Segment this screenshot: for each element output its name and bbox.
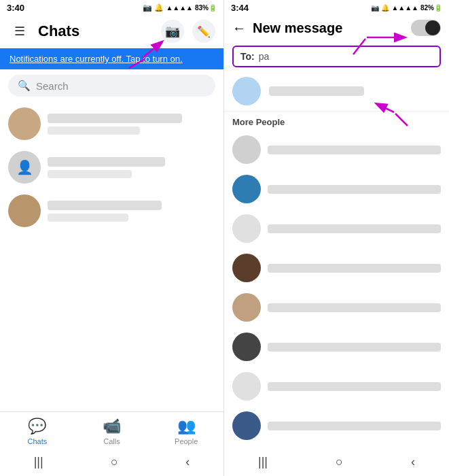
- contact-item[interactable]: [224, 327, 449, 367]
- left-nav-back[interactable]: ‹: [172, 452, 203, 472]
- right-system-nav: ||| ○ ‹: [224, 448, 449, 476]
- contact-item[interactable]: [224, 248, 449, 288]
- chat-name: [48, 114, 182, 123]
- people-nav-icon: 👥: [177, 418, 196, 435]
- contact-avatar: [232, 214, 261, 243]
- camera-status-icon: 📷: [143, 3, 152, 12]
- chat-item[interactable]: [0, 189, 223, 233]
- calls-nav-icon: 📹: [103, 418, 121, 435]
- suggested-name: [269, 86, 364, 96]
- contact-avatar: [232, 372, 261, 401]
- chats-nav-label: Chats: [27, 437, 47, 445]
- left-panel: 3:40 📷 🔔 ▲▲▲▲ 83%🔋 ☰ Chats 📷 ✏️ Notifica…: [0, 0, 224, 476]
- more-people-label: More People: [224, 112, 449, 130]
- chat-info: [48, 157, 215, 178]
- toggle-switch[interactable]: [411, 20, 441, 36]
- contact-name: [268, 303, 441, 312]
- avatar: [8, 107, 41, 140]
- chat-info: [48, 114, 215, 135]
- contact-item[interactable]: [224, 169, 449, 209]
- left-system-nav: ||| ○ ‹: [0, 448, 223, 476]
- chat-name: [48, 201, 162, 210]
- left-nav-home[interactable]: ○: [97, 452, 132, 472]
- contact-item[interactable]: [224, 130, 449, 169]
- contact-item[interactable]: [224, 288, 449, 327]
- contact-list: [224, 130, 449, 448]
- battery-icon: 83%🔋: [195, 4, 217, 12]
- contact-name: [268, 185, 441, 194]
- chat-name: [48, 157, 165, 167]
- chat-list: 👤: [0, 102, 223, 411]
- right-status-bar: 3:44 📷 🔔 ▲▲▲▲ 82%🔋: [224, 0, 449, 16]
- nav-chats[interactable]: 💬 Chats: [0, 412, 75, 448]
- chat-item[interactable]: 👤: [0, 146, 223, 189]
- new-message-title: New message: [253, 20, 404, 36]
- signal-icon: ▲▲▲▲: [166, 4, 193, 12]
- right-status-icons: 📷 🔔 ▲▲▲▲ 82%🔋: [371, 4, 442, 12]
- r-signal-icon: ▲▲▲▲: [391, 4, 418, 12]
- contact-name: [268, 264, 441, 273]
- left-status-icons: 📷 🔔 ▲▲▲▲ 83%🔋: [143, 3, 217, 12]
- notification-banner[interactable]: Notifications are currently off. Tap to …: [0, 48, 223, 69]
- left-top-bar: ☰ Chats 📷 ✏️: [0, 16, 223, 48]
- compose-button[interactable]: ✏️: [192, 20, 215, 43]
- contact-name: [268, 422, 441, 430]
- chat-preview: [48, 214, 128, 222]
- contact-name: [268, 146, 441, 154]
- r-bell-icon: 🔔: [381, 4, 389, 12]
- top-bar-icons: 📷 ✏️: [161, 20, 215, 43]
- contact-avatar: [232, 293, 261, 322]
- r-camera-icon: 📷: [371, 4, 379, 12]
- contact-item[interactable]: [224, 367, 449, 406]
- contact-name: [268, 224, 441, 233]
- contact-item[interactable]: [224, 406, 449, 445]
- contact-avatar: [232, 175, 261, 203]
- right-panel: 3:44 📷 🔔 ▲▲▲▲ 82%🔋 ← New message To: Mor…: [224, 0, 449, 476]
- notification-link[interactable]: to turn on.: [143, 54, 183, 64]
- nav-calls[interactable]: 📹 Calls: [75, 412, 149, 448]
- people-nav-label: People: [175, 437, 198, 445]
- avatar: 👤: [8, 151, 41, 184]
- search-placeholder: Search: [36, 80, 69, 92]
- contact-name: [268, 343, 441, 352]
- to-field[interactable]: To:: [232, 46, 441, 67]
- calls-nav-label: Calls: [103, 437, 120, 445]
- nav-people[interactable]: 👥 People: [149, 412, 223, 448]
- chat-item[interactable]: [0, 102, 223, 146]
- right-top-bar: ← New message: [224, 16, 449, 41]
- contact-avatar: [232, 333, 261, 361]
- menu-button[interactable]: ☰: [8, 20, 31, 43]
- toggle-knob: [425, 20, 440, 35]
- chat-preview: [48, 170, 132, 178]
- chat-info: [48, 201, 215, 222]
- bottom-nav: 💬 Chats 📹 Calls 👥 People: [0, 411, 223, 448]
- chat-preview: [48, 126, 140, 135]
- contact-name: [268, 382, 441, 391]
- right-nav-home[interactable]: ○: [322, 452, 357, 472]
- right-time: 3:44: [231, 3, 249, 13]
- to-label: To:: [240, 51, 255, 62]
- chats-nav-icon: 💬: [28, 418, 46, 435]
- right-nav-back[interactable]: ‹: [397, 452, 429, 472]
- r-battery-icon: 82%🔋: [420, 4, 442, 12]
- notification-text: Notifications are currently off. Tap: [10, 54, 143, 64]
- suggested-avatar: [232, 77, 261, 105]
- right-nav-lines[interactable]: |||: [245, 452, 281, 472]
- search-icon: 🔍: [18, 80, 31, 92]
- left-status-bar: 3:40 📷 🔔 ▲▲▲▲ 83%🔋: [0, 0, 223, 16]
- to-input[interactable]: [259, 51, 433, 62]
- camera-button[interactable]: 📷: [161, 20, 184, 43]
- chats-title: Chats: [38, 22, 79, 40]
- contact-avatar: [232, 411, 261, 440]
- left-nav-lines[interactable]: |||: [20, 452, 57, 472]
- left-time: 3:40: [7, 3, 24, 13]
- contact-avatar: [232, 254, 261, 282]
- suggested-contact[interactable]: [224, 71, 449, 112]
- back-button[interactable]: ←: [232, 20, 246, 36]
- contact-avatar: [232, 135, 261, 164]
- bell-status-icon: 🔔: [154, 3, 164, 12]
- search-bar[interactable]: 🔍 Search: [8, 75, 215, 97]
- avatar: [8, 194, 41, 227]
- contact-item[interactable]: [224, 209, 449, 248]
